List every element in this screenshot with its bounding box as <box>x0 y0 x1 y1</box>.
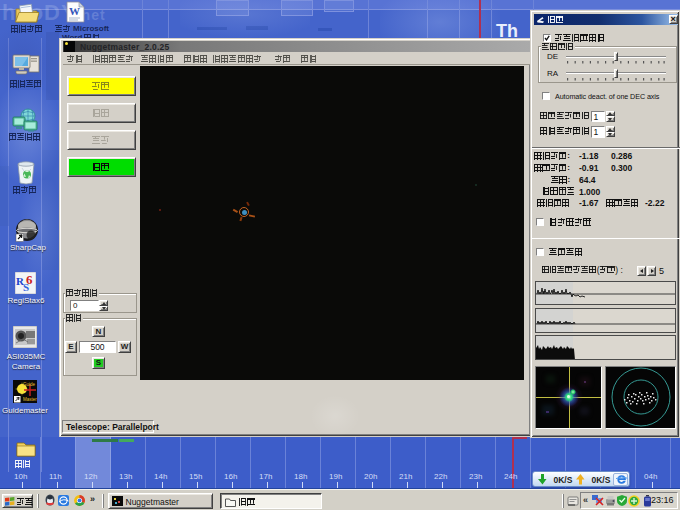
svg-text:W: W <box>69 5 80 17</box>
svg-text:6: 6 <box>26 272 33 287</box>
svg-text:Master: Master <box>23 397 37 402</box>
svg-text:Guide: Guide <box>23 382 36 387</box>
